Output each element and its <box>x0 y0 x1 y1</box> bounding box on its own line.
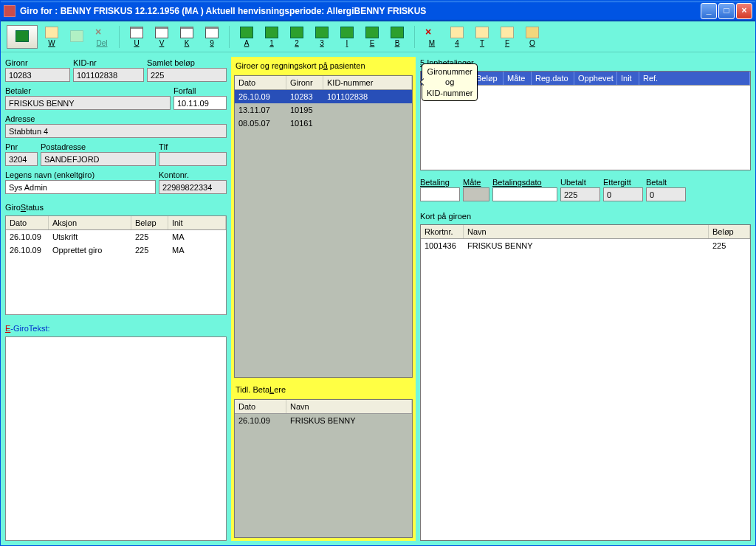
giroer-list[interactable]: Dato Gironr KID-nummer 26.10.09102831011… <box>234 75 413 378</box>
content-area: Gironr KID-nr Samlet beløp Betaler <box>1 52 755 545</box>
toolbar-btn-k[interactable]: K <box>176 24 198 50</box>
tlf-input[interactable] <box>159 152 227 166</box>
samlet-label: Samlet beløp <box>147 57 227 68</box>
folder-icon <box>526 27 539 38</box>
toolbar-btn-i[interactable]: I <box>336 24 358 50</box>
doc-icon <box>70 30 83 42</box>
legen-input[interactable] <box>5 180 156 194</box>
ubetalt-input[interactable] <box>560 187 600 201</box>
tidl-col-navn: Navn <box>286 400 412 413</box>
toolbar-btn-x <box>66 24 88 50</box>
table-row[interactable]: 26.10.0910283101102838 <box>235 90 412 103</box>
pay-col-mate: Måte <box>504 72 532 85</box>
kontonr-label: Kontonr. <box>159 169 227 180</box>
gs-col-init: Init <box>168 216 226 229</box>
adresse-input[interactable] <box>5 124 227 138</box>
tidl-title: Tidl. BetaLere <box>234 384 413 396</box>
print-icon <box>130 27 143 38</box>
red-x-icon: × <box>95 27 109 38</box>
betaling-input[interactable] <box>420 187 460 201</box>
mate-input[interactable] <box>463 187 489 201</box>
toolbar-label: B <box>395 39 400 47</box>
kidnr-label: KID-nr <box>73 57 144 68</box>
toolbar-btn-w[interactable]: W <box>41 24 63 50</box>
kontonr-input[interactable] <box>159 180 227 194</box>
postadresse-input[interactable] <box>41 152 156 166</box>
minimize-button[interactable]: _ <box>701 3 717 19</box>
print-icon <box>155 27 168 38</box>
toolbar-btn-4[interactable]: 4 <box>446 24 468 50</box>
kort-list[interactable]: Rkortnr. Navn Beløp 1001436FRISKUS BENNY… <box>420 224 751 541</box>
green-icon <box>340 27 354 38</box>
girostatus-label: GiroStatus <box>5 201 227 212</box>
tidl-list[interactable]: Dato Navn 26.10.09FRISKUS BENNY <box>234 399 413 538</box>
doc-icon <box>45 27 58 38</box>
pay-col-regdato: Reg.dato <box>532 72 574 85</box>
toolbar-btn-o[interactable]: O <box>521 24 543 50</box>
toolbar-label: T <box>480 39 484 47</box>
toolbar-label: K <box>185 39 190 47</box>
table-row[interactable]: 08.05.0710161 <box>235 117 412 130</box>
girostatus-table[interactable]: Dato Aksjon Beløp Init 26.10.09Utskrift2… <box>5 215 227 315</box>
betaler-input[interactable] <box>5 96 171 110</box>
toolbar-separator <box>229 26 230 48</box>
table-row[interactable]: 26.10.09FRISKUS BENNY <box>235 414 412 427</box>
toolbar-label: 3 <box>320 39 324 47</box>
doc-icon <box>450 27 464 38</box>
toolbar: W×DelUVK9A123IEB×M4TFO <box>1 21 755 52</box>
betaling-label: Betaling <box>420 176 460 187</box>
toolbar-btn-3[interactable]: 3 <box>311 24 333 50</box>
toolbar-btn-1[interactable]: 1 <box>261 24 283 50</box>
green-icon <box>391 27 404 38</box>
kidnr-input[interactable] <box>73 68 144 82</box>
green-icon <box>265 27 278 38</box>
egiro-textarea[interactable] <box>5 336 227 541</box>
toolbar-btn-v[interactable]: V <box>151 24 173 50</box>
gironr-label: Gironr <box>5 57 70 68</box>
toolbar-label: 2 <box>295 39 299 47</box>
table-row[interactable]: 26.10.09Opprettet giro225MA <box>6 243 226 257</box>
gs-col-belop: Beløp <box>131 216 168 229</box>
toolbar-btn-m[interactable]: ×M <box>421 24 443 50</box>
ettergitt-label: Ettergitt <box>603 176 643 187</box>
toolbar-label: 4 <box>455 39 459 47</box>
maximize-button[interactable]: □ <box>718 3 735 19</box>
toolbar-btn-9[interactable]: 9 <box>201 24 223 50</box>
toolbar-btn-f[interactable]: F <box>496 24 518 50</box>
close-button[interactable]: × <box>736 3 752 19</box>
toolbar-btn-t[interactable]: T <box>471 24 493 50</box>
betalingsdato-label: Betalingsdato <box>492 176 557 187</box>
pnr-input[interactable] <box>5 152 38 166</box>
red-x-icon: × <box>425 27 439 38</box>
kort-col-rkort: Rkortnr. <box>421 225 464 238</box>
app-icon <box>4 5 16 17</box>
gironr-input[interactable] <box>5 68 70 82</box>
samlet-input[interactable] <box>147 68 227 82</box>
table-row[interactable]: 13.11.0710195 <box>235 103 412 117</box>
toolbar-label: I <box>346 39 348 47</box>
toolbar-btn-a[interactable]: A <box>236 24 258 50</box>
betalingsdato-input[interactable] <box>492 187 557 201</box>
toolbar-btn-b[interactable]: B <box>386 24 408 50</box>
betalt-input[interactable] <box>646 187 686 201</box>
toolbar-btn-del: ×Del <box>91 24 113 50</box>
toolbar-btn-e[interactable]: E <box>361 24 383 50</box>
toolbar-btn-u[interactable]: U <box>126 24 148 50</box>
legen-label: Legens navn (enkeltgiro) <box>5 169 156 180</box>
egiro-label: E-GiroTekst: <box>5 322 227 334</box>
kort-col-belop: Beløp <box>709 225 750 238</box>
pay-col-init2: Init <box>617 72 639 85</box>
table-row[interactable]: 1001436FRISKUS BENNY225 <box>421 239 750 252</box>
toolbar-label: O <box>529 39 535 47</box>
toolbar-label: W <box>48 39 55 47</box>
mate-label: Måte <box>463 176 489 187</box>
gs-col-dato: Dato <box>6 216 49 229</box>
exit-button[interactable] <box>7 25 38 49</box>
toolbar-btn-2[interactable]: 2 <box>286 24 308 50</box>
forfall-input[interactable] <box>173 96 227 110</box>
adresse-label: Adresse <box>5 113 227 124</box>
ettergitt-input[interactable] <box>603 187 643 201</box>
table-row[interactable]: 26.10.09Utskrift225MA <box>6 230 226 243</box>
print-icon <box>180 27 193 38</box>
giroer-title: Giroer og regningskort på pasienten <box>234 60 413 72</box>
